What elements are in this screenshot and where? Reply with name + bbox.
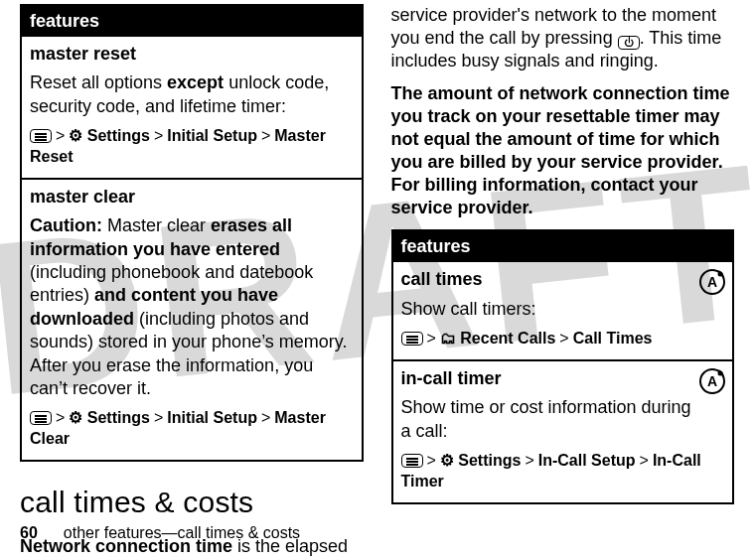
menu-key-icon — [401, 332, 423, 346]
settings-icon: ⚙ — [440, 452, 454, 469]
recent-calls-icon: 🗂 — [440, 330, 456, 347]
nav-path: >⚙ Settings>In-Call Setup>In-Call Timer — [401, 451, 725, 492]
table-header: features — [393, 231, 733, 262]
nav-step: In-Call Setup — [538, 452, 636, 469]
menu-key-icon — [30, 129, 52, 143]
table-row: master clear Caution: Master clear erase… — [22, 178, 362, 460]
table-row: A in-call timer Show time or cost inform… — [393, 359, 733, 502]
menu-key-icon — [30, 411, 52, 425]
body-text: Master clear — [107, 215, 211, 235]
menu-key-icon — [401, 454, 423, 468]
nav-step: Settings — [87, 127, 150, 144]
page-footer: 60other features—call times & costs — [20, 524, 300, 542]
row-body: Reset all options except unlock code, se… — [30, 71, 354, 118]
features-table-left: features master reset Reset all options … — [20, 4, 364, 462]
svg-text:A: A — [707, 274, 717, 290]
settings-icon: ⚙ — [69, 127, 82, 144]
nav-path: >🗂 Recent Calls>Call Times — [401, 329, 725, 350]
page-number: 60 — [20, 524, 38, 541]
svg-text:A: A — [707, 373, 717, 389]
row-body: Show time or cost information during a c… — [401, 396, 725, 443]
features-table-right: features A call times Show call timers: … — [391, 229, 735, 503]
row-title: in-call timer — [401, 367, 725, 390]
row-title: call times — [401, 268, 725, 291]
row-title: master reset — [30, 43, 354, 66]
row-body: Caution: Master clear erases all informa… — [30, 214, 354, 400]
left-column: features master reset Reset all options … — [20, 4, 364, 491]
nav-step: Settings — [87, 409, 150, 426]
nav-path: >⚙ Settings>Initial Setup>Master Reset — [30, 126, 354, 168]
table-row: A call times Show call timers: >🗂 Recent… — [393, 262, 733, 359]
row-body: Show call timers: — [401, 298, 725, 321]
body-paragraph: service provider's network to the moment… — [391, 4, 735, 72]
row-title: master clear — [30, 186, 354, 209]
nav-step: Initial Setup — [167, 127, 257, 144]
network-feature-icon: A — [698, 268, 726, 296]
section-heading: call times & costs — [20, 484, 364, 521]
caution-label: Caution: — [30, 215, 107, 235]
nav-step: Settings — [458, 452, 521, 469]
body-text: Reset all options — [30, 72, 167, 92]
end-key-icon — [618, 36, 640, 50]
table-row: master reset Reset all options except un… — [22, 37, 362, 178]
page-content: features master reset Reset all options … — [0, 0, 754, 491]
network-feature-icon: A — [698, 367, 726, 395]
nav-step: Call Times — [573, 330, 653, 347]
body-bold: except — [167, 72, 224, 92]
nav-step: Initial Setup — [167, 409, 257, 426]
table-header: features — [22, 6, 362, 37]
settings-icon: ⚙ — [69, 409, 82, 426]
body-paragraph-bold: The amount of network connection time yo… — [391, 82, 735, 219]
nav-step: Recent Calls — [460, 330, 555, 347]
nav-path: >⚙ Settings>Initial Setup>Master Clear — [30, 408, 354, 450]
right-column: service provider's network to the moment… — [391, 4, 735, 491]
footer-text: other features—call times & costs — [64, 524, 300, 541]
